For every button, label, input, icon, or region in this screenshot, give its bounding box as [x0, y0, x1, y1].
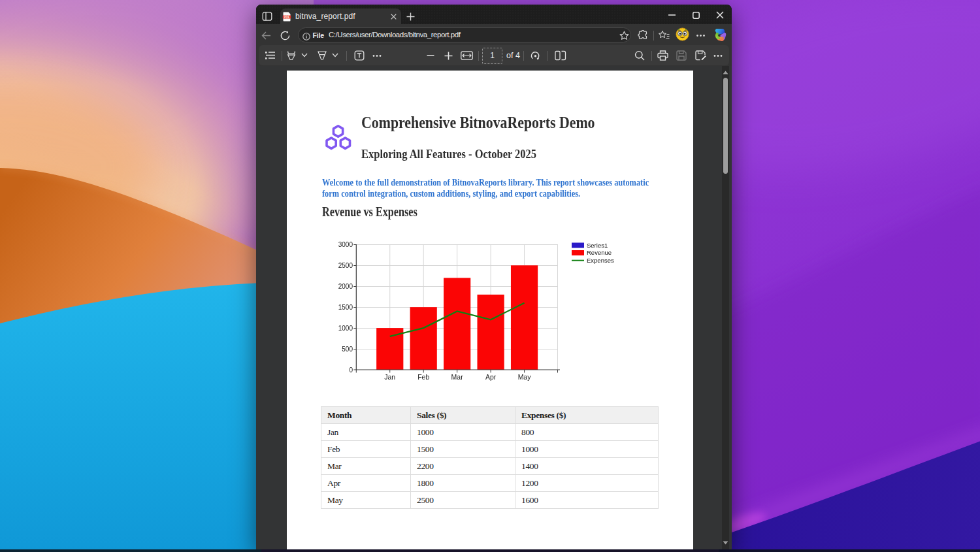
svg-text:Apr: Apr	[485, 373, 497, 381]
svg-text:Revenue: Revenue	[587, 249, 612, 256]
svg-text:Jan: Jan	[384, 373, 395, 381]
svg-text:PDF: PDF	[284, 16, 289, 19]
svg-text:2500: 2500	[338, 262, 353, 269]
svg-text:1000: 1000	[338, 325, 353, 332]
svg-text:500: 500	[342, 346, 353, 353]
svg-text:Expenses: Expenses	[587, 257, 614, 264]
svg-text:0: 0	[349, 366, 353, 374]
svg-text:1500: 1500	[338, 304, 353, 311]
svg-text:Mar: Mar	[451, 373, 464, 381]
svg-text:May: May	[518, 373, 532, 381]
svg-text:3000: 3000	[338, 241, 353, 248]
svg-text:2000: 2000	[338, 283, 353, 290]
svg-text:Series1: Series1	[587, 242, 608, 249]
svg-text:Feb: Feb	[417, 373, 429, 381]
